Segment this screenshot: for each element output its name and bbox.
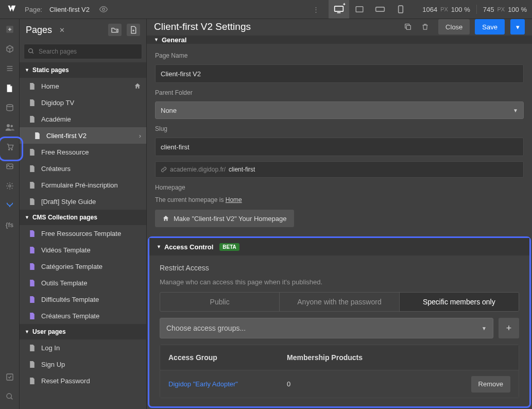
box-icon[interactable] [5, 44, 15, 54]
layout-icon[interactable] [5, 63, 15, 74]
svg-point-11 [7, 124, 10, 127]
page-item[interactable]: [Draft] Style Guide [20, 193, 146, 210]
search-input-icon [28, 48, 35, 55]
new-page-button[interactable] [127, 24, 140, 36]
page-name-input[interactable] [155, 64, 524, 83]
url-preview: academie.digidop.fr/client-first [155, 161, 524, 178]
fs-icon[interactable]: {fs [5, 220, 15, 230]
svg-point-13 [8, 149, 9, 150]
search-icon[interactable] [5, 391, 15, 402]
save-dropdown[interactable]: ▾ [510, 19, 525, 35]
viewport-tablet[interactable] [349, 0, 370, 19]
section-general[interactable]: ▼General [147, 36, 532, 44]
chevron-right-icon: › [139, 132, 141, 140]
pages-panel: Pages ✕ ▼Static pages Home Digidop TV Ac… [20, 19, 147, 409]
page-item[interactable]: Académie [20, 111, 146, 127]
section-static-pages[interactable]: ▼Static pages [20, 62, 146, 78]
access-segmented: Public Anyone with the password Specific… [160, 292, 519, 312]
section-cms-pages[interactable]: ▼CMS Collection pages [20, 210, 146, 225]
page-item[interactable]: Vidéos Template [20, 242, 146, 258]
svg-line-19 [11, 398, 12, 399]
canvas-width[interactable]: 1064 [422, 6, 437, 13]
viewport-mobile-landscape[interactable] [370, 0, 390, 19]
page-item[interactable]: Créateurs Template [20, 308, 146, 324]
page-item[interactable]: Reset Password [20, 372, 146, 389]
viewport-desktop[interactable]: ✦ [329, 0, 349, 19]
page-item[interactable]: Log In [20, 339, 146, 356]
page-name-label: Page Name [155, 52, 524, 59]
remove-button[interactable]: Remove [471, 376, 510, 393]
slug-input[interactable] [155, 138, 524, 156]
top-bar: Page: Client-first V2 ⋮ ✦ 1064 PX 100 % … [0, 0, 532, 19]
add-icon[interactable] [5, 24, 15, 35]
home-icon [134, 82, 141, 90]
save-button[interactable]: Save [475, 19, 505, 35]
section-access-control[interactable]: ▼Access ControlBETA [149, 238, 529, 255]
page-item[interactable]: Free Ressources Template [20, 225, 146, 242]
section-user-pages[interactable]: ▼User pages [20, 324, 146, 339]
search-input[interactable] [24, 44, 142, 59]
settings-icon[interactable] [5, 181, 15, 191]
ecommerce-icon[interactable] [5, 142, 15, 152]
restrict-title: Restrict Access [160, 264, 519, 272]
new-folder-button[interactable] [108, 24, 122, 36]
page-label: Page: [25, 6, 42, 13]
parent-folder-label: Parent Folder [155, 89, 524, 96]
checkbox-icon[interactable] [5, 372, 15, 382]
page-item[interactable]: Sign Up [20, 356, 146, 372]
canvas-dimensions: 1064 PX 100 % 745 PX 100 % [422, 5, 527, 14]
access-group-select[interactable]: Choose access groups...▼ [160, 318, 493, 338]
copy-icon[interactable] [404, 23, 412, 31]
page-item[interactable]: Difficultés Template [20, 291, 146, 308]
cms-icon[interactable] [5, 103, 15, 113]
homepage-text: The current homepage is Home [155, 196, 524, 203]
canvas-height[interactable]: 745 [483, 6, 494, 13]
settings-title: Client-first V2 Settings [154, 21, 399, 32]
canvas-height-pct[interactable]: 100 % [508, 6, 527, 13]
webflow-logo-icon[interactable] [5, 4, 16, 15]
col-membership-products: Membership Products [287, 353, 510, 362]
access-group-link[interactable]: Digidop "Early Adopter" [168, 380, 287, 388]
page-name[interactable]: Client-first V2 [49, 6, 90, 13]
add-group-button[interactable]: + [499, 318, 519, 338]
trash-icon[interactable] [421, 23, 429, 31]
svg-rect-3 [356, 7, 364, 12]
close-panel-icon[interactable]: ✕ [59, 26, 65, 34]
homepage-link[interactable]: Home [226, 196, 242, 203]
link-icon [161, 166, 167, 173]
page-item[interactable]: Catégories Template [20, 258, 146, 275]
users-icon[interactable] [5, 122, 15, 132]
assets-icon[interactable] [5, 161, 15, 172]
page-item[interactable]: Créateurs [20, 160, 146, 177]
page-item[interactable]: Digidop TV [20, 94, 146, 111]
logic-icon[interactable] [5, 200, 15, 211]
viewport-mobile[interactable] [390, 0, 411, 19]
opt-public[interactable]: Public [160, 293, 280, 311]
restrict-subtitle: Manage who can access this page when it'… [160, 278, 519, 286]
col-access-group: Access Group [168, 353, 287, 362]
opt-password[interactable]: Anyone with the password [280, 293, 399, 311]
access-control-highlight: ▼Access ControlBETA Restrict Access Mana… [148, 236, 531, 408]
parent-folder-select[interactable]: None▼ [155, 101, 524, 119]
page-item-active[interactable]: Client-first V2› [20, 127, 146, 144]
membership-count: 0 [287, 380, 471, 388]
svg-point-10 [7, 105, 13, 107]
svg-line-21 [32, 52, 33, 54]
svg-point-0 [102, 8, 105, 11]
page-item-home[interactable]: Home [20, 78, 146, 94]
homepage-label: Homepage [155, 184, 524, 191]
page-item[interactable]: Formulaire Pré-inscription [20, 177, 146, 193]
page-item[interactable]: Outils Template [20, 275, 146, 291]
page-item[interactable]: Free Ressource [20, 144, 146, 160]
svg-rect-5 [399, 6, 403, 13]
beta-badge: BETA [219, 243, 239, 251]
dots-icon[interactable]: ⋮ [313, 6, 319, 13]
preview-icon[interactable] [99, 5, 108, 14]
close-button[interactable]: Close [438, 19, 470, 35]
table-row: Digidop "Early Adopter" 0 Remove [160, 370, 519, 398]
opt-members[interactable]: Specific members only [400, 293, 519, 311]
canvas-width-pct[interactable]: 100 % [451, 6, 470, 13]
svg-point-20 [29, 49, 33, 53]
make-homepage-button[interactable]: Make "Client-first V2" Your Homepage [155, 210, 294, 227]
pages-icon[interactable] [5, 83, 15, 93]
